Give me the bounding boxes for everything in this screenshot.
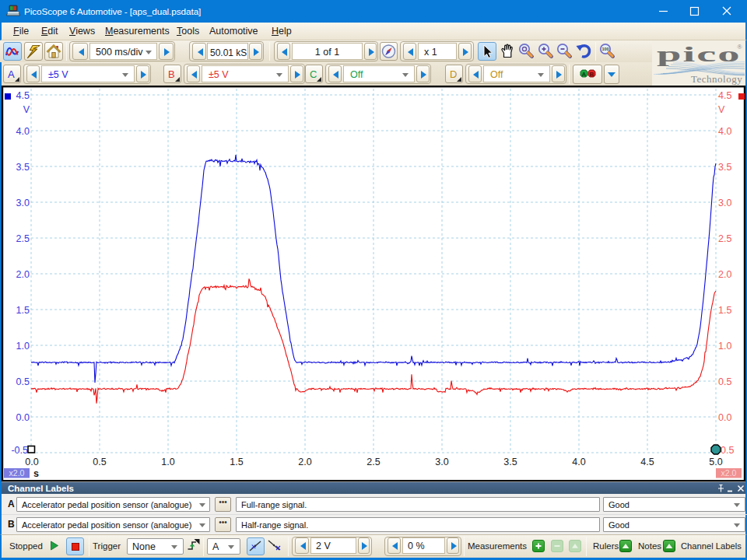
svg-text:0.0: 0.0: [16, 412, 30, 423]
svg-text:1.5: 1.5: [718, 305, 731, 316]
svg-text:0.5: 0.5: [718, 376, 731, 387]
svg-text:2.5: 2.5: [718, 233, 731, 244]
svg-text:3.5: 3.5: [16, 162, 30, 173]
svg-text:3.5: 3.5: [503, 457, 517, 467]
svg-text:2.0: 2.0: [16, 269, 30, 280]
svg-text:4.5: 4.5: [640, 457, 654, 467]
svg-text:1.0: 1.0: [16, 341, 30, 352]
svg-text:0.5: 0.5: [93, 457, 106, 467]
svg-text:4.5: 4.5: [16, 90, 30, 101]
svg-text:100: 100: [601, 47, 608, 51]
svg-text:4.5: 4.5: [718, 90, 731, 101]
svg-text:1.5: 1.5: [16, 305, 30, 316]
svg-text:0.0: 0.0: [718, 412, 731, 423]
svg-text:s: s: [33, 468, 39, 479]
svg-text:1.0: 1.0: [718, 341, 731, 352]
svg-text:x2.0: x2.0: [721, 468, 737, 478]
svg-text:3.0: 3.0: [16, 198, 30, 208]
svg-text:2.0: 2.0: [298, 457, 311, 467]
svg-text:5.0: 5.0: [709, 457, 722, 467]
svg-text:V: V: [23, 104, 30, 115]
svg-text:4.0: 4.0: [572, 457, 585, 467]
svg-text:0.5: 0.5: [721, 445, 734, 456]
svg-text:x2.0: x2.0: [9, 468, 25, 478]
svg-text:0.0: 0.0: [25, 457, 38, 467]
svg-text:2.0: 2.0: [718, 269, 731, 280]
svg-text:2.5: 2.5: [366, 457, 380, 467]
svg-text:4.0: 4.0: [718, 126, 731, 137]
svg-text:0.5: 0.5: [16, 376, 30, 387]
svg-text:2.5: 2.5: [16, 233, 30, 244]
svg-text:3.0: 3.0: [435, 457, 448, 467]
svg-text:B: B: [590, 71, 594, 78]
svg-text:3.5: 3.5: [718, 162, 731, 173]
svg-text:1.0: 1.0: [161, 457, 174, 467]
svg-text:V: V: [718, 104, 725, 115]
svg-text:3.0: 3.0: [718, 198, 731, 208]
svg-text:1.5: 1.5: [230, 457, 243, 467]
svg-text:-0.5: -0.5: [11, 445, 28, 456]
svg-text:A: A: [582, 71, 587, 78]
svg-text:4.0: 4.0: [16, 126, 30, 137]
